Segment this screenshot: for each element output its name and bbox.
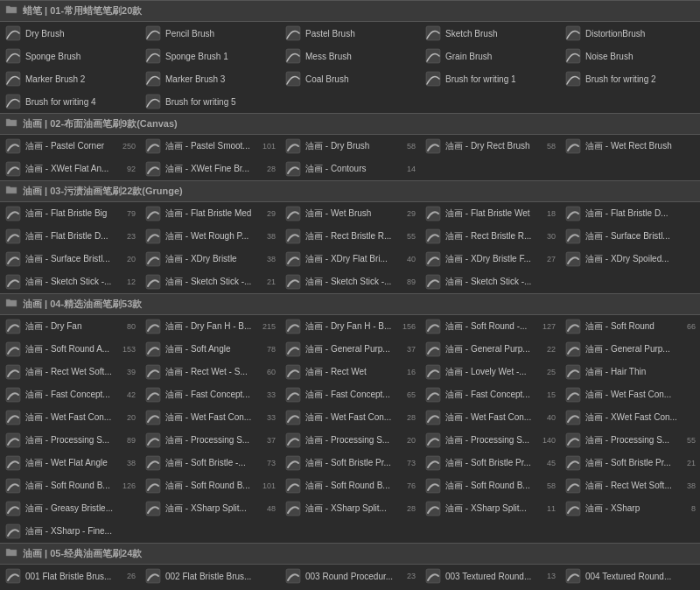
brush-item[interactable]: 油画 - XDry Bristle F...27 [420,248,560,270]
brush-item[interactable]: Brush for writing 1 [420,67,560,90]
brush-item[interactable]: 油画 - General Purp...22 [420,338,560,361]
brush-item[interactable]: 油画 - XSharp - Fine... [0,520,140,543]
brush-item[interactable]: 油画 - Sketch Stick -... [420,270,560,293]
brush-item[interactable]: 油画 - Soft Bristle -...73 [140,452,280,474]
brush-item[interactable]: Coal Brush [280,67,420,90]
brush-item[interactable]: Sponge Brush 1 [140,45,280,67]
brush-item[interactable]: Pencil Brush [140,22,280,45]
brush-item[interactable]: DistortionBrush [560,22,700,45]
brush-item[interactable]: 油画 - Rect Wet Soft...38 [560,474,700,497]
brush-item[interactable]: 油画 - XDry Flat Bri...40 [280,248,420,270]
brush-item[interactable]: 油画 - Flat Bristle Med29 [140,202,280,225]
brush-item[interactable]: 油画 - XSharp Split...11 [420,497,560,520]
brush-item[interactable]: 油画 - XSharp8 [560,497,700,520]
brush-item[interactable]: 油画 - Soft Round B...76 [280,474,420,497]
brush-item[interactable]: Brush for writing 2 [560,67,700,90]
brush-item[interactable]: 油画 - Wet Fast Con...20 [0,406,140,429]
brush-item[interactable]: 油画 - Processing S...55 [560,429,700,452]
brush-item[interactable]: 油画 - Sketch Stick -...89 [280,270,420,293]
brush-item[interactable]: 油画 - Soft Round A...153 [0,338,140,361]
section-header-pencil[interactable]: 蜡笔 | 01-常用蜡笔笔刷20款 [0,0,700,22]
brush-item[interactable]: Marker Brush 3 [140,67,280,90]
brush-item[interactable]: 油画 - XSharp Split...28 [280,497,420,520]
brush-item[interactable]: 油画 - XDry Spoiled... [560,248,700,270]
brush-item[interactable]: 油画 - XWet Fast Con... [560,406,700,429]
brush-item[interactable]: 油画 - Processing S...89 [0,429,140,452]
brush-item[interactable]: 油画 - Flat Bristle Wet18 [420,202,560,225]
brush-item[interactable]: 油画 - Flat Bristle D... [560,202,700,225]
brush-item[interactable]: 油画 - Soft Bristle Pr...73 [280,452,420,474]
brush-item[interactable]: 油画 - Dry Fan H - B...215 [140,315,280,338]
section-header-selected[interactable]: 油画 | 04-精选油画笔刷53款 [0,293,700,315]
brush-item[interactable]: 油画 - Rect Wet - S...60 [140,361,280,383]
brush-item[interactable]: 油画 - Wet Fast Con...33 [140,406,280,429]
brush-item[interactable]: 油画 - Dry Fan H - B...156 [280,315,420,338]
brush-item[interactable]: 油画 - Fast Concept...33 [140,383,280,406]
brush-item[interactable]: 油画 - Wet Fast Con...40 [420,406,560,429]
brush-item[interactable]: 油画 - Soft Bristle Pr...21 [560,452,700,474]
brush-item[interactable]: 油画 - Surface Bristl...20 [0,248,140,270]
brush-item[interactable]: 油画 - Dry Rect Brush58 [420,135,560,158]
brush-item[interactable]: 油画 - Dry Fan80 [0,315,140,338]
brush-item[interactable]: 油画 - Soft Bristle Pr...45 [420,452,560,474]
brush-item[interactable]: 油画 - Wet Rough P...38 [140,225,280,248]
brush-item[interactable]: 油画 - Contours14 [280,158,420,180]
brush-item[interactable]: 油画 - Soft Round -...127 [420,315,560,338]
brush-item[interactable]: 油画 - Rect Wet16 [280,361,420,383]
section-header-classic[interactable]: 油画 | 05-经典油画笔刷24款 [0,543,700,565]
section-header-grunge[interactable]: 油画 | 03-污渍油画笔刷22款(Grunge) [0,180,700,202]
brush-item[interactable]: 油画 - Fast Concept...42 [0,383,140,406]
brush-item[interactable]: 油画 - Processing S...20 [280,429,420,452]
brush-item[interactable]: 油画 - Wet Brush29 [280,202,420,225]
brush-item[interactable]: 油画 - Sketch Stick -...21 [140,270,280,293]
brush-item[interactable]: Pastel Brush [280,22,420,45]
brush-item[interactable]: 油画 - Surface Bristl... [560,225,700,248]
brush-item[interactable]: Sponge Brush [0,45,140,67]
brush-item[interactable]: Noise Brush [560,45,700,67]
brush-item[interactable]: 油画 - Pastel Corner250 [0,135,140,158]
brush-item[interactable]: 油画 - XDry Bristle38 [140,248,280,270]
brush-item[interactable]: 油画 - Sketch Stick -...12 [0,270,140,293]
brush-item[interactable]: 002 Flat Bristle Brus... [140,565,280,587]
brush-item[interactable]: 油画 - Hair Thin [560,361,700,383]
brush-item[interactable]: 003 Round Procedur...23 [280,565,420,587]
brush-item[interactable]: Mess Brush [280,45,420,67]
brush-item[interactable]: 油画 - Rect Bristle R...55 [280,225,420,248]
brush-item[interactable]: 油画 - Soft Round66 [560,315,700,338]
brush-item[interactable]: 油画 - Soft Round B...58 [420,474,560,497]
brush-item[interactable]: 油画 - Rect Bristle R...30 [420,225,560,248]
brush-item[interactable]: 油画 - Wet Rect Brush [560,135,700,158]
brush-item[interactable]: 油画 - Processing S...37 [140,429,280,452]
brush-item[interactable]: 004 Textured Round... [560,565,700,587]
brush-item[interactable]: Dry Brush [0,22,140,45]
brush-item[interactable]: 油画 - XWet Fine Br...28 [140,158,280,180]
brush-item[interactable]: 油画 - Wet Flat Angle38 [0,452,140,474]
brush-item[interactable]: 油画 - Wet Fast Con... [560,383,700,406]
brush-item[interactable]: 油画 - XWet Flat An...92 [0,158,140,180]
brush-item[interactable]: 001 Flat Bristle Brus...26 [0,565,140,587]
brush-item[interactable]: Sketch Brush [420,22,560,45]
brush-item[interactable]: 油画 - Dry Brush58 [280,135,420,158]
brush-item[interactable]: Marker Brush 2 [0,67,140,90]
brush-item[interactable]: 油画 - Processing S...140 [420,429,560,452]
brush-item[interactable]: Brush for writing 4 [0,90,140,113]
brush-item[interactable]: 003 Textured Round...13 [420,565,560,587]
brush-item[interactable]: 油画 - Fast Concept...65 [280,383,420,406]
brush-item[interactable]: 油画 - Fast Concept...15 [420,383,560,406]
brush-item[interactable]: 油画 - Soft Round B...126 [0,474,140,497]
brush-item[interactable]: Grain Brush [420,45,560,67]
brush-item[interactable]: 油画 - Flat Bristle Big79 [0,202,140,225]
brush-item[interactable]: 油画 - Soft Round B...101 [140,474,280,497]
brush-item[interactable]: 油画 - Flat Bristle D...23 [0,225,140,248]
brush-item[interactable]: 油画 - Greasy Bristle... [0,497,140,520]
brush-item[interactable]: 油画 - Wet Fast Con...28 [280,406,420,429]
brush-item[interactable]: 油画 - General Purp... [560,338,700,361]
brush-item[interactable]: 油画 - Pastel Smoot...101 [140,135,280,158]
brush-item[interactable]: 油画 - Lovely Wet -...25 [420,361,560,383]
section-header-canvas[interactable]: 油画 | 02-布面油画笔刷9款(Canvas) [0,113,700,135]
brush-item[interactable]: Brush for writing 5 [140,90,280,113]
brush-item[interactable]: 油画 - Soft Angle78 [140,338,280,361]
brush-item[interactable]: 油画 - Rect Wet Soft...39 [0,361,140,383]
brush-item[interactable]: 油画 - General Purp...37 [280,338,420,361]
brush-item[interactable]: 油画 - XSharp Split...48 [140,497,280,520]
